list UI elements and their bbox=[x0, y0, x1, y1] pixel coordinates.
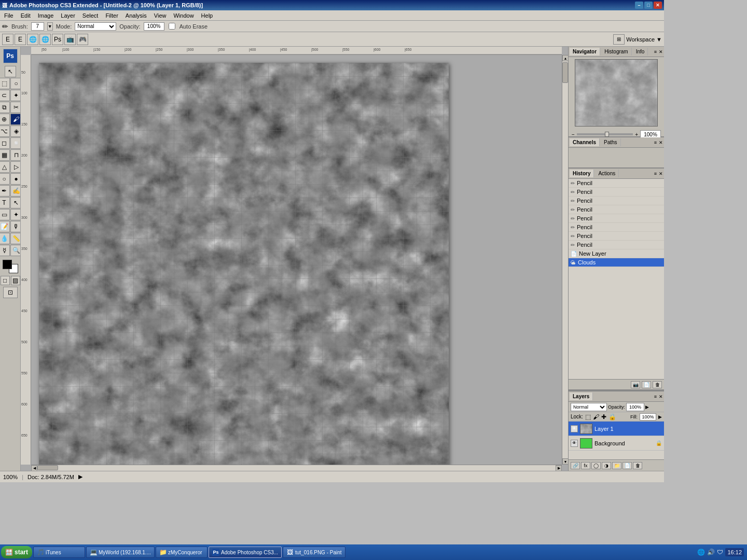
zoom-in-btn[interactable]: + bbox=[635, 132, 638, 137]
tool-eraser[interactable]: ◻ bbox=[0, 137, 10, 149]
scroll-up-btn[interactable]: ▲ bbox=[562, 55, 568, 61]
fill-input[interactable] bbox=[640, 413, 656, 421]
menu-layer[interactable]: Layer bbox=[58, 11, 78, 20]
tool-blur[interactable]: △ bbox=[0, 161, 10, 173]
tool-heal[interactable]: ⊕ bbox=[0, 114, 10, 125]
layer-group-btn[interactable]: 📁 bbox=[612, 462, 621, 469]
screen-mode-btn[interactable]: ⊡ bbox=[3, 287, 18, 298]
tab-channels[interactable]: Channels bbox=[570, 138, 600, 146]
lock-transparent-icon[interactable]: ⬚ bbox=[585, 413, 591, 421]
fill-expand-btn[interactable]: ▶ bbox=[658, 414, 662, 419]
lock-all-icon[interactable]: 🔒 bbox=[608, 413, 616, 421]
menu-analysis[interactable]: Analysis bbox=[122, 11, 150, 20]
tab-history[interactable]: History bbox=[570, 170, 594, 177]
panel-expand-icon[interactable]: ≡ bbox=[654, 49, 657, 54]
panel-close-icon[interactable]: ✕ bbox=[659, 49, 663, 54]
tool-audio[interactable]: 🎙 bbox=[10, 221, 21, 232]
history-delete-btn[interactable]: 🗑 bbox=[653, 381, 662, 388]
maximize-button[interactable]: □ bbox=[644, 2, 653, 9]
history-item-5[interactable]: ✏Pencil bbox=[569, 223, 664, 232]
menu-filter[interactable]: Filter bbox=[102, 11, 121, 20]
tool-magic-wand[interactable]: ✦ bbox=[10, 90, 21, 101]
tool-custom-shape[interactable]: ✦ bbox=[10, 209, 21, 220]
toolbar-icon-e1[interactable]: E bbox=[2, 34, 13, 45]
tool-brush[interactable]: 🖌 bbox=[10, 114, 21, 125]
zoom-slider[interactable] bbox=[577, 133, 633, 135]
history-item-0[interactable]: ✏Pencil bbox=[569, 179, 664, 188]
canvas-wrapper[interactable] bbox=[31, 55, 562, 465]
scroll-thumb-h[interactable] bbox=[37, 465, 58, 470]
horizontal-scrollbar[interactable]: ◀ ▶ bbox=[31, 465, 562, 471]
tool-smudge[interactable]: ▷ bbox=[10, 161, 21, 173]
tool-ruler[interactable]: 📏 bbox=[10, 233, 21, 244]
toolbar-icon-tv[interactable]: 📺 bbox=[64, 34, 76, 45]
zoom-out-btn[interactable]: − bbox=[572, 132, 575, 137]
tool-freeform-pen[interactable]: ✍ bbox=[10, 185, 21, 197]
tool-move[interactable]: ↖ bbox=[5, 66, 16, 77]
history-new-doc-btn[interactable]: 📄 bbox=[642, 381, 651, 388]
history-item-2[interactable]: ✏Pencil bbox=[569, 197, 664, 205]
history-item-6[interactable]: ✏Pencil bbox=[569, 232, 664, 241]
auto-erase-checkbox[interactable] bbox=[169, 23, 175, 30]
menu-select[interactable]: Select bbox=[79, 11, 102, 20]
history-item-7[interactable]: ✏Pencil bbox=[569, 241, 664, 249]
layer-new-btn[interactable]: 📄 bbox=[622, 462, 632, 469]
workspace-btn1[interactable]: ⊞ bbox=[613, 34, 625, 45]
scroll-down-btn[interactable]: ▼ bbox=[562, 458, 568, 465]
tool-paint-bucket[interactable]: ⊓ bbox=[10, 149, 21, 161]
vertical-scrollbar[interactable]: ▲ ▼ bbox=[562, 55, 568, 465]
lock-paint-icon[interactable]: 🖌 bbox=[593, 413, 599, 421]
tool-shape[interactable]: ▭ bbox=[0, 209, 10, 220]
opacity-input[interactable] bbox=[144, 22, 164, 31]
zoom-thumb[interactable] bbox=[605, 132, 609, 137]
history-close-icon[interactable]: ✕ bbox=[659, 171, 663, 176]
toolbar-icon-browser[interactable]: 🌐 bbox=[27, 34, 38, 45]
toolbar-icon-e2[interactable]: E bbox=[15, 34, 26, 45]
layers-expand-icon[interactable]: ≡ bbox=[654, 394, 657, 399]
menu-help[interactable]: Help bbox=[198, 11, 216, 20]
layer-eye-1[interactable]: 👁 bbox=[571, 425, 578, 432]
tool-path-select[interactable]: ↖ bbox=[10, 197, 21, 208]
toolbar-icon-extra[interactable]: 🌐 bbox=[39, 34, 51, 45]
ps-canvas[interactable] bbox=[39, 63, 449, 465]
quick-mask-on[interactable]: ▨ bbox=[11, 276, 20, 285]
tool-hand[interactable]: ☿ bbox=[0, 245, 10, 256]
layer-link-btn[interactable]: 🔗 bbox=[571, 462, 580, 469]
tool-marquee-ellipse[interactable]: ○ bbox=[10, 78, 21, 89]
close-button[interactable]: ✕ bbox=[654, 2, 662, 9]
channels-expand-icon[interactable]: ≡ bbox=[654, 140, 657, 145]
layer-item-1[interactable]: 👁 Layer 1 bbox=[569, 422, 664, 436]
tool-bg-eraser[interactable]: ◽ bbox=[10, 137, 21, 149]
layers-opacity-input[interactable] bbox=[626, 403, 644, 411]
tool-zoom[interactable]: 🔍 bbox=[10, 245, 21, 256]
tool-notes[interactable]: 📝 bbox=[0, 221, 10, 232]
scroll-right-btn[interactable]: ▶ bbox=[556, 465, 562, 471]
tool-marquee-rect[interactable]: ⬚ bbox=[0, 78, 10, 89]
lock-move-icon[interactable]: ✚ bbox=[601, 413, 606, 421]
tab-layers[interactable]: Layers bbox=[570, 393, 593, 400]
scroll-thumb-v[interactable] bbox=[562, 62, 568, 83]
foreground-color[interactable] bbox=[3, 260, 12, 269]
history-item-1[interactable]: ✏Pencil bbox=[569, 188, 664, 197]
tool-burn[interactable]: ● bbox=[10, 173, 21, 185]
quick-mask-off[interactable]: □ bbox=[1, 276, 10, 285]
tab-histogram[interactable]: Histogram bbox=[601, 48, 632, 55]
history-item-3[interactable]: ✏Pencil bbox=[569, 205, 664, 214]
opacity-expand-btn[interactable]: ▶ bbox=[645, 404, 649, 410]
tab-actions[interactable]: Actions bbox=[595, 170, 619, 177]
brush-size-input[interactable] bbox=[31, 22, 44, 31]
history-snapshot-btn[interactable]: 📷 bbox=[631, 381, 640, 388]
menu-window[interactable]: Window bbox=[170, 11, 197, 20]
tool-pen[interactable]: ✒ bbox=[0, 185, 10, 197]
layer-delete-btn[interactable]: 🗑 bbox=[633, 462, 642, 469]
brush-size-adjust[interactable]: ▼ bbox=[47, 22, 53, 31]
layer-fx-btn[interactable]: fx bbox=[581, 462, 590, 469]
tool-eyedropper[interactable]: 💧 bbox=[0, 233, 10, 244]
history-item-4[interactable]: ✏Pencil bbox=[569, 214, 664, 223]
layers-blend-mode[interactable]: Normal bbox=[571, 403, 607, 411]
tool-clone-stamp[interactable]: ⌥ bbox=[0, 125, 10, 137]
history-item-8[interactable]: 📄New Layer bbox=[569, 249, 664, 258]
toolbar-icon-ps[interactable]: Ps bbox=[52, 34, 63, 45]
tool-crop[interactable]: ⧉ bbox=[0, 102, 10, 113]
menu-file[interactable]: File bbox=[1, 11, 17, 20]
